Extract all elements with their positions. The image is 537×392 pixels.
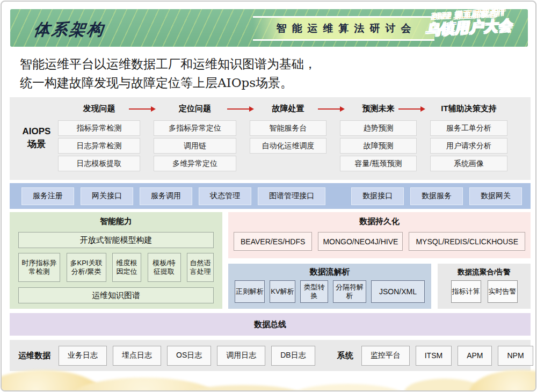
column-header: IT辅助决策支持 xyxy=(430,104,507,120)
intelligence-item: 模板/特征提取 xyxy=(148,253,181,282)
intro-text: 智能运维平台以运维数据工厂和运维知识图谱为基础， 统一构建故障发现与故障定位等上… xyxy=(20,55,316,92)
intelligence-item: 多KPI关联分析/聚类 xyxy=(67,253,106,282)
aiops-item: 调用链 xyxy=(154,138,236,154)
service-item: 图谱管理接口 xyxy=(258,187,325,205)
parse-items-row: 正则解析 KV解析 类型转换 分隔符解析 JSON/XML xyxy=(235,280,425,303)
cloud-decoration xyxy=(469,370,536,391)
aiops-item: 用户请求分析 xyxy=(430,138,507,154)
ops-data-item: 埋点日志 xyxy=(113,346,161,366)
intelligence-item: 维度根因定位 xyxy=(112,253,141,282)
parse-item: 分隔符解析 xyxy=(333,280,366,303)
intelligence-items-row: 时序指标异常检测 多KPI关联分析/聚类 维度根因定位 模板/特征提取 自然语言… xyxy=(18,253,214,282)
ops-data-item: OS日志 xyxy=(167,346,211,366)
aiops-column-locate: 定位问题 多指标异常定位 调用链 多维异常定位 xyxy=(154,97,236,173)
page-title: 体系架构 xyxy=(33,19,106,41)
system-item: NPM xyxy=(498,346,533,366)
intelligence-section: 智能能力 开放式智能模型构建 时序指标异常检测 多KPI关联分析/聚类 维度根因… xyxy=(10,212,222,309)
ops-data-label: 运维数据 xyxy=(18,351,50,361)
intro-line-2: 统一构建故障发现与故障定位等上层AIOps场景。 xyxy=(20,74,316,92)
intelligence-item: 时序指标异常检测 xyxy=(18,253,60,282)
flow-arrow-icon xyxy=(318,108,344,110)
aiops-scenarios-section: AIOPS 场景 发现问题 指标异常检测 日志异常检测 日志模板提取 定位问题 … xyxy=(10,97,531,180)
intro-line-1: 智能运维平台以运维数据工厂和运维知识图谱为基础， xyxy=(20,55,316,74)
service-item: 网关接口 xyxy=(81,187,133,205)
parse-item: KV解析 xyxy=(270,280,295,303)
aiops-item: 服务工单分析 xyxy=(430,120,507,136)
data-bus-title: 数据总线 xyxy=(254,320,286,330)
parse-item: JSON/XML xyxy=(371,280,425,303)
aiops-column-handle: 故障处置 智能服务台 自动化运维调度 xyxy=(250,97,326,156)
system-label: 系统 xyxy=(337,351,353,361)
flow-arrow-icon xyxy=(227,108,253,110)
stream-parse-section: 数据流解析 正则解析 KV解析 类型转换 分隔符解析 JSON/XML xyxy=(228,264,431,309)
service-item: 数据服务 xyxy=(410,187,463,205)
ops-data-item: 业务日志 xyxy=(59,346,107,366)
persistence-item: MONGO/NEO4J/HIVE xyxy=(318,232,403,251)
service-item: 数据接口 xyxy=(351,187,404,205)
service-item: 数据网关 xyxy=(469,187,522,205)
intelligence-model-box: 开放式智能模型构建 xyxy=(18,232,214,248)
system-item: 监控平台 xyxy=(361,346,410,366)
system-item: ITSM xyxy=(416,346,452,366)
aiops-column-discover: 发现问题 指标异常检测 日志异常检测 日志模板提取 xyxy=(58,97,140,173)
cloud-decoration xyxy=(292,384,404,391)
aiops-item: 指标异常检测 xyxy=(58,120,140,136)
aiops-item: 系统画像 xyxy=(430,156,507,171)
column-header: 预测未来 xyxy=(340,104,417,120)
service-interface-bar: 服务注册 网关接口 服务调用 状态管理 图谱管理接口 数据接口 数据服务 数据网… xyxy=(10,183,531,209)
system-item: APM xyxy=(458,346,492,366)
aiops-label: AIOPS 场景 xyxy=(14,125,59,151)
section-title: 数据持久化 xyxy=(228,212,531,227)
aiops-item: 容量/瓶颈预测 xyxy=(340,156,417,171)
flow-arrow-icon xyxy=(129,108,155,110)
aiops-item: 多指标异常定位 xyxy=(154,120,236,136)
persistence-item: BEAVER/ES/HDFS xyxy=(234,232,312,251)
parse-item: 类型转换 xyxy=(300,280,328,303)
header-banner: 体系架构 智能运维算法研讨会 2022 第五届双态IT 乌镇用户大会 xyxy=(10,9,528,47)
data-source-bar: 运维数据 业务日志 埋点日志 OS日志 调用日志 DB日志 系统 监控平台 IT… xyxy=(10,340,531,371)
service-item: 状态管理 xyxy=(199,187,251,205)
conference-logo: 2022 第五届双态IT 乌镇用户大会 xyxy=(412,7,525,40)
stream-agg-section: 数据流聚合/告警 指标计算 实时告警 xyxy=(438,264,531,309)
flow-arrow-icon xyxy=(398,108,424,110)
section-title: 数据流聚合/告警 xyxy=(438,264,531,277)
aiops-item: 故障预测 xyxy=(340,138,417,154)
agg-items-row: 指标计算 实时告警 xyxy=(438,280,531,303)
aiops-item: 智能服务台 xyxy=(250,120,326,136)
persistence-item: MYSQL/REDIS/CLICKHOUSE xyxy=(409,232,525,251)
persistence-section: 数据持久化 BEAVER/ES/HDFS MONGO/NEO4J/HIVE MY… xyxy=(228,212,531,258)
aiops-item: 趋势预测 xyxy=(340,120,417,136)
column-header: 发现问题 xyxy=(58,104,140,120)
persistence-items-row: BEAVER/ES/HDFS MONGO/NEO4J/HIVE MYSQL/RE… xyxy=(234,232,525,251)
data-bus-bar: 数据总线 xyxy=(10,313,531,336)
parse-item: 正则解析 xyxy=(235,280,265,303)
section-title: 智能能力 xyxy=(10,212,222,227)
aiops-item: 日志模板提取 xyxy=(58,156,140,171)
aiops-item: 自动化运维调度 xyxy=(250,138,326,154)
service-item: 服务调用 xyxy=(140,187,192,205)
aiops-column-decision: IT辅助决策支持 服务工单分析 用户请求分析 系统画像 xyxy=(430,97,507,173)
column-header: 故障处置 xyxy=(250,104,326,120)
seminar-banner: 智能运维算法研讨会 xyxy=(253,16,434,41)
service-item: 服务注册 xyxy=(21,187,74,205)
ops-data-item: 调用日志 xyxy=(217,346,265,366)
agg-item: 指标计算 xyxy=(451,280,481,303)
agg-item: 实时告警 xyxy=(488,280,518,303)
section-title: 数据流解析 xyxy=(228,264,431,277)
intelligence-item: 自然语言处理 xyxy=(187,253,214,282)
column-header: 定位问题 xyxy=(154,104,236,120)
aiops-item: 多维异常定位 xyxy=(154,156,236,171)
aiops-item: 日志异常检测 xyxy=(58,138,140,154)
ops-data-item: DB日志 xyxy=(271,346,315,366)
slide-page: 体系架构 智能运维算法研讨会 2022 第五届双态IT 乌镇用户大会 智能运维平… xyxy=(1,1,536,391)
seminar-title: 智能运维算法研讨会 xyxy=(271,21,417,35)
knowledge-graph-box: 运维知识图谱 xyxy=(18,287,214,303)
